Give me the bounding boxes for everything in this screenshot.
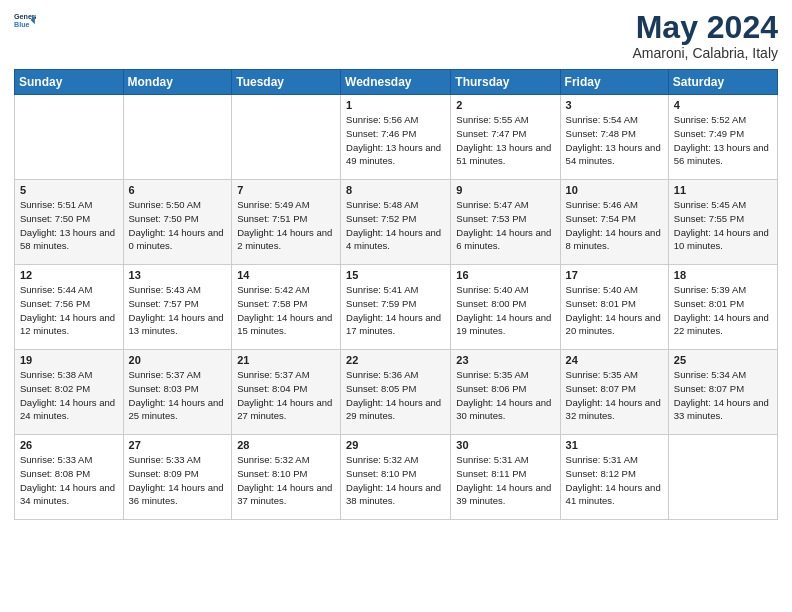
sunset-text: Sunset: 7:51 PM: [237, 213, 307, 224]
sunrise-text: Sunrise: 5:36 AM: [346, 369, 418, 380]
sunrise-text: Sunrise: 5:38 AM: [20, 369, 92, 380]
sunrise-text: Sunrise: 5:37 AM: [237, 369, 309, 380]
daylight-text: Daylight: 14 hours and 13 minutes.: [129, 312, 224, 337]
table-cell: 19Sunrise: 5:38 AMSunset: 8:02 PMDayligh…: [15, 350, 124, 435]
table-cell: 22Sunrise: 5:36 AMSunset: 8:05 PMDayligh…: [341, 350, 451, 435]
table-cell: 25Sunrise: 5:34 AMSunset: 8:07 PMDayligh…: [668, 350, 777, 435]
daylight-text: Daylight: 14 hours and 36 minutes.: [129, 482, 224, 507]
daylight-text: Daylight: 14 hours and 15 minutes.: [237, 312, 332, 337]
sunset-text: Sunset: 7:56 PM: [20, 298, 90, 309]
sunrise-text: Sunrise: 5:42 AM: [237, 284, 309, 295]
table-cell: 1Sunrise: 5:56 AMSunset: 7:46 PMDaylight…: [341, 95, 451, 180]
table-cell: 11Sunrise: 5:45 AMSunset: 7:55 PMDayligh…: [668, 180, 777, 265]
day-number: 17: [566, 269, 663, 281]
sunrise-text: Sunrise: 5:46 AM: [566, 199, 638, 210]
day-number: 6: [129, 184, 227, 196]
sunset-text: Sunset: 7:48 PM: [566, 128, 636, 139]
day-number: 26: [20, 439, 118, 451]
table-cell: 10Sunrise: 5:46 AMSunset: 7:54 PMDayligh…: [560, 180, 668, 265]
sunset-text: Sunset: 8:12 PM: [566, 468, 636, 479]
day-number: 20: [129, 354, 227, 366]
sunset-text: Sunset: 8:01 PM: [674, 298, 744, 309]
table-cell: 14Sunrise: 5:42 AMSunset: 7:58 PMDayligh…: [232, 265, 341, 350]
sunset-text: Sunset: 7:52 PM: [346, 213, 416, 224]
svg-text:Blue: Blue: [14, 21, 30, 29]
sunrise-text: Sunrise: 5:43 AM: [129, 284, 201, 295]
day-info: Sunrise: 5:32 AMSunset: 8:10 PMDaylight:…: [237, 453, 335, 508]
title-block: May 2024 Amaroni, Calabria, Italy: [632, 10, 778, 61]
sunset-text: Sunset: 8:07 PM: [674, 383, 744, 394]
sunrise-text: Sunrise: 5:37 AM: [129, 369, 201, 380]
col-wednesday: Wednesday: [341, 70, 451, 95]
sunset-text: Sunset: 8:07 PM: [566, 383, 636, 394]
day-info: Sunrise: 5:44 AMSunset: 7:56 PMDaylight:…: [20, 283, 118, 338]
calendar-week-row: 5Sunrise: 5:51 AMSunset: 7:50 PMDaylight…: [15, 180, 778, 265]
daylight-text: Daylight: 14 hours and 32 minutes.: [566, 397, 661, 422]
sunrise-text: Sunrise: 5:50 AM: [129, 199, 201, 210]
sunset-text: Sunset: 7:55 PM: [674, 213, 744, 224]
day-number: 13: [129, 269, 227, 281]
daylight-text: Daylight: 14 hours and 25 minutes.: [129, 397, 224, 422]
table-cell: 5Sunrise: 5:51 AMSunset: 7:50 PMDaylight…: [15, 180, 124, 265]
table-cell: [668, 435, 777, 520]
daylight-text: Daylight: 13 hours and 54 minutes.: [566, 142, 661, 167]
sunset-text: Sunset: 7:57 PM: [129, 298, 199, 309]
daylight-text: Daylight: 14 hours and 38 minutes.: [346, 482, 441, 507]
day-info: Sunrise: 5:41 AMSunset: 7:59 PMDaylight:…: [346, 283, 445, 338]
sunrise-text: Sunrise: 5:52 AM: [674, 114, 746, 125]
daylight-text: Daylight: 14 hours and 27 minutes.: [237, 397, 332, 422]
month-title: May 2024: [632, 10, 778, 45]
day-number: 23: [456, 354, 554, 366]
sunset-text: Sunset: 7:50 PM: [129, 213, 199, 224]
day-number: 16: [456, 269, 554, 281]
header: General Blue May 2024 Amaroni, Calabria,…: [14, 10, 778, 61]
sunrise-text: Sunrise: 5:56 AM: [346, 114, 418, 125]
sunset-text: Sunset: 8:00 PM: [456, 298, 526, 309]
day-info: Sunrise: 5:32 AMSunset: 8:10 PMDaylight:…: [346, 453, 445, 508]
day-number: 25: [674, 354, 772, 366]
sunset-text: Sunset: 8:05 PM: [346, 383, 416, 394]
day-number: 21: [237, 354, 335, 366]
table-cell: 18Sunrise: 5:39 AMSunset: 8:01 PMDayligh…: [668, 265, 777, 350]
table-cell: 17Sunrise: 5:40 AMSunset: 8:01 PMDayligh…: [560, 265, 668, 350]
daylight-text: Daylight: 14 hours and 8 minutes.: [566, 227, 661, 252]
day-info: Sunrise: 5:31 AMSunset: 8:11 PMDaylight:…: [456, 453, 554, 508]
sunrise-text: Sunrise: 5:48 AM: [346, 199, 418, 210]
day-number: 4: [674, 99, 772, 111]
daylight-text: Daylight: 14 hours and 20 minutes.: [566, 312, 661, 337]
table-cell: 12Sunrise: 5:44 AMSunset: 7:56 PMDayligh…: [15, 265, 124, 350]
day-number: 15: [346, 269, 445, 281]
sunrise-text: Sunrise: 5:31 AM: [566, 454, 638, 465]
day-number: 14: [237, 269, 335, 281]
sunrise-text: Sunrise: 5:31 AM: [456, 454, 528, 465]
sunrise-text: Sunrise: 5:33 AM: [129, 454, 201, 465]
sunrise-text: Sunrise: 5:32 AM: [237, 454, 309, 465]
day-number: 29: [346, 439, 445, 451]
sunset-text: Sunset: 7:49 PM: [674, 128, 744, 139]
day-info: Sunrise: 5:40 AMSunset: 8:01 PMDaylight:…: [566, 283, 663, 338]
col-monday: Monday: [123, 70, 232, 95]
sunset-text: Sunset: 8:02 PM: [20, 383, 90, 394]
day-info: Sunrise: 5:42 AMSunset: 7:58 PMDaylight:…: [237, 283, 335, 338]
sunrise-text: Sunrise: 5:39 AM: [674, 284, 746, 295]
table-cell: [15, 95, 124, 180]
day-number: 5: [20, 184, 118, 196]
table-cell: 13Sunrise: 5:43 AMSunset: 7:57 PMDayligh…: [123, 265, 232, 350]
sunset-text: Sunset: 7:59 PM: [346, 298, 416, 309]
sunrise-text: Sunrise: 5:33 AM: [20, 454, 92, 465]
sunrise-text: Sunrise: 5:54 AM: [566, 114, 638, 125]
table-cell: 31Sunrise: 5:31 AMSunset: 8:12 PMDayligh…: [560, 435, 668, 520]
sunrise-text: Sunrise: 5:51 AM: [20, 199, 92, 210]
sunrise-text: Sunrise: 5:32 AM: [346, 454, 418, 465]
calendar-week-row: 26Sunrise: 5:33 AMSunset: 8:08 PMDayligh…: [15, 435, 778, 520]
day-info: Sunrise: 5:51 AMSunset: 7:50 PMDaylight:…: [20, 198, 118, 253]
day-number: 7: [237, 184, 335, 196]
day-info: Sunrise: 5:33 AMSunset: 8:08 PMDaylight:…: [20, 453, 118, 508]
table-cell: 6Sunrise: 5:50 AMSunset: 7:50 PMDaylight…: [123, 180, 232, 265]
table-cell: 9Sunrise: 5:47 AMSunset: 7:53 PMDaylight…: [451, 180, 560, 265]
day-info: Sunrise: 5:56 AMSunset: 7:46 PMDaylight:…: [346, 113, 445, 168]
calendar-week-row: 1Sunrise: 5:56 AMSunset: 7:46 PMDaylight…: [15, 95, 778, 180]
sunrise-text: Sunrise: 5:44 AM: [20, 284, 92, 295]
daylight-text: Daylight: 14 hours and 0 minutes.: [129, 227, 224, 252]
daylight-text: Daylight: 14 hours and 6 minutes.: [456, 227, 551, 252]
